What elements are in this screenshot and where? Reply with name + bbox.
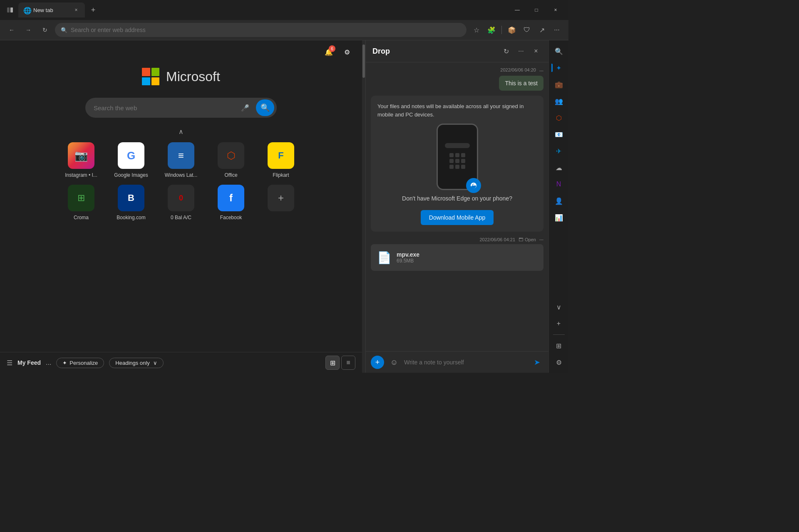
drop-add-button[interactable]: +: [371, 356, 384, 369]
mic-button[interactable]: 🎤: [238, 100, 253, 115]
drop-more-button[interactable]: ···: [515, 45, 527, 57]
refresh-button[interactable]: ↻: [38, 23, 52, 37]
file-info: mpv.exe 69.5MB: [397, 251, 419, 264]
file-type-icon: 📄: [376, 249, 392, 266]
back-button[interactable]: ←: [5, 23, 18, 37]
file-msg-more-button[interactable]: ···: [539, 237, 543, 242]
web-search-input[interactable]: [94, 104, 234, 111]
shortcut-windows-lat[interactable]: ≡ Windows Lat...: [160, 142, 202, 178]
shortcut-facebook[interactable]: f Facebook: [210, 185, 252, 220]
minimize-button[interactable]: —: [508, 3, 527, 17]
hamburger-button[interactable]: ☰: [7, 359, 12, 367]
shortcuts-row-2: ⊞ Croma B Booking.com 0 0 Bal A/C: [60, 185, 302, 220]
shortcut-facebook-label: Facebook: [220, 215, 242, 220]
sidebar-onenote-button[interactable]: N: [551, 177, 566, 192]
favorites-button[interactable]: ☆: [470, 23, 483, 37]
more-button[interactable]: ···: [550, 23, 563, 37]
toolbar-icons: ☆ 🧩 📦 🛡 ↗ ···: [470, 23, 563, 37]
phone-screen-dots: [448, 151, 467, 171]
sidebar-ai-button[interactable]: ✦: [551, 60, 566, 75]
share-button[interactable]: ↗: [535, 23, 548, 37]
search-submit-button[interactable]: 🔍: [256, 99, 274, 116]
personalize-button[interactable]: ✦ Personalize: [56, 358, 104, 368]
shortcut-facebook-icon: f: [218, 185, 244, 211]
sidebar-toggle-button[interactable]: [3, 3, 17, 17]
notification-button[interactable]: 🔔 6: [322, 45, 335, 59]
grid-view-button[interactable]: ⊞: [325, 356, 340, 370]
scroll-thumb[interactable]: [362, 45, 365, 78]
sidebar-add-button[interactable]: +: [551, 316, 566, 331]
open-file-button[interactable]: 🗔 Open: [519, 237, 536, 242]
list-view-button[interactable]: ≡: [341, 356, 355, 370]
forward-button[interactable]: →: [22, 23, 35, 37]
shortcut-instagram-icon: 📷: [68, 142, 94, 169]
shortcut-flipkart-icon: F: [268, 142, 294, 169]
address-input[interactable]: [71, 27, 461, 33]
personalize-star-icon: ✦: [62, 360, 67, 366]
shortcut-instagram-label: Instagram • I...: [65, 172, 97, 178]
shortcut-booking[interactable]: B Booking.com: [110, 185, 152, 220]
drop-sync-button[interactable]: ↻: [500, 45, 512, 57]
close-button[interactable]: ×: [546, 3, 565, 17]
address-search-icon: 🔍: [61, 27, 67, 33]
shortcut-add[interactable]: +: [260, 185, 302, 220]
sidebar-people-button[interactable]: 👥: [551, 94, 566, 109]
info-card-text: Your files and notes will be available a…: [377, 102, 537, 119]
info-card: Your files and notes will be available a…: [371, 96, 543, 232]
msg1-more-button[interactable]: ···: [539, 68, 543, 74]
sidebar-outlook-button[interactable]: 📧: [551, 127, 566, 142]
file-name: mpv.exe: [397, 251, 419, 258]
file-message-wrap: 2022/06/06 04:21 🗔 Open ··· 📄 mpv.exe 69…: [371, 237, 543, 271]
sidebar-office-button[interactable]: ⬡: [551, 110, 566, 125]
maximize-button[interactable]: □: [527, 3, 546, 17]
browser-chrome: 🌐 New tab × + — □ × ← → ↻ 🔍 ☆ 🧩 📦 🛡 ↗ ··…: [0, 0, 568, 40]
my-feed-more-button[interactable]: ...: [46, 359, 51, 366]
msg1-bubble: This is a test: [499, 76, 543, 91]
scroll-track[interactable]: [362, 40, 365, 373]
shortcut-instagram[interactable]: 📷 Instagram • I...: [60, 142, 102, 178]
sidebar-divider: [553, 334, 565, 335]
edge-logo-icon: [466, 178, 481, 193]
ms-logo-red: [142, 68, 150, 76]
tab-favicon-icon: 🌐: [23, 7, 30, 13]
shortcut-croma[interactable]: ⊞ Croma: [60, 185, 102, 220]
sidebar-settings-button[interactable]: ⚙: [551, 355, 566, 370]
drop-emoji-button[interactable]: ☺: [387, 356, 401, 369]
sidebar-apps-button[interactable]: ⊞: [551, 338, 566, 353]
drop-note-input[interactable]: [404, 359, 527, 366]
main-layout: 🔔 6 ⚙ Microsoft 🎤 🔍: [0, 40, 568, 373]
chevron-up-icon: ∧: [179, 128, 184, 136]
new-tab-button[interactable]: +: [87, 3, 100, 17]
drop-panel: Drop ↻ ··· × 2022/06/06 04:20 ··· This i…: [365, 40, 548, 373]
sidebar-chart-button[interactable]: 📊: [551, 210, 566, 225]
extensions-button[interactable]: 🧩: [485, 23, 498, 37]
shortcut-office[interactable]: ⬡ Office: [210, 142, 252, 178]
shortcut-flipkart[interactable]: F Flipkart: [260, 142, 302, 178]
sidebar-person-button[interactable]: 👤: [551, 193, 566, 208]
download-mobile-app-button[interactable]: Download Mobile App: [421, 210, 494, 225]
shortcut-0balac[interactable]: 0 0 Bal A/C: [160, 185, 202, 220]
microsoft-logo-text: Microsoft: [166, 69, 220, 84]
headings-only-filter[interactable]: Headings only ∨: [109, 358, 163, 368]
chevron-down-icon: ∨: [153, 360, 157, 366]
tab-newtab[interactable]: 🌐 New tab ×: [18, 2, 85, 17]
drop-messages: 2022/06/06 04:20 ··· This is a test Your…: [366, 62, 548, 351]
sidebar-telegram-button[interactable]: ✈: [551, 144, 566, 158]
sidebar-cloud-button[interactable]: ☁: [551, 160, 566, 175]
shortcut-office-icon: ⬡: [218, 142, 244, 169]
sidebar-chevron-down-button[interactable]: ∨: [551, 299, 566, 314]
shortcut-google-images[interactable]: G Google Images: [110, 142, 152, 178]
collapse-button[interactable]: ∧: [0, 126, 362, 142]
browser-collections-button[interactable]: 📦: [505, 23, 519, 37]
gear-icon: ⚙: [344, 48, 350, 56]
newtab-settings-button[interactable]: ⚙: [340, 45, 354, 59]
drop-close-button[interactable]: ×: [530, 45, 542, 57]
drop-send-button[interactable]: ➤: [530, 356, 543, 369]
toolbar-divider: [501, 26, 502, 34]
sidebar-briefcase-button[interactable]: 💼: [551, 77, 566, 92]
right-sidebar: 🔍 ✦ 💼 👥 ⬡ 📧 ✈ ☁ N 👤 📊 ∨ + ⊞ ⚙: [548, 40, 568, 373]
shield-button[interactable]: 🛡: [520, 23, 533, 37]
address-input-wrap[interactable]: 🔍: [55, 23, 466, 37]
sidebar-search-button[interactable]: 🔍: [551, 44, 566, 59]
tab-close-button[interactable]: ×: [72, 6, 80, 14]
